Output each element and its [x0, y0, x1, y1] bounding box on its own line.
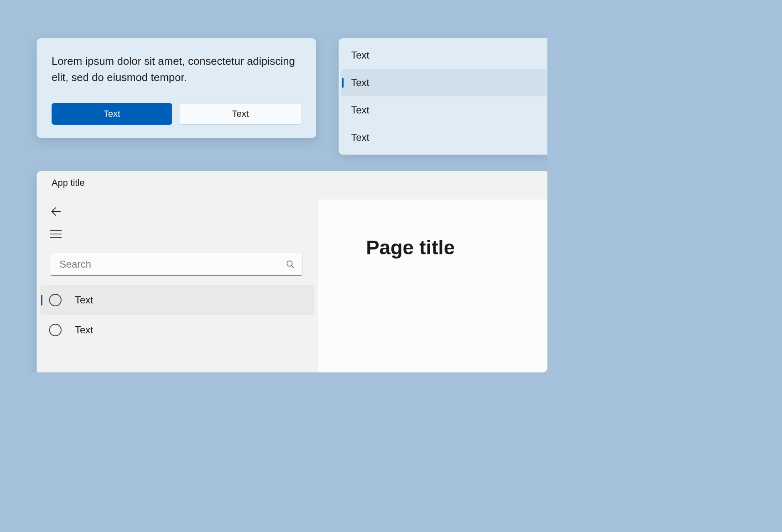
dialog-secondary-button[interactable]: Text [180, 103, 301, 125]
dialog-body-text: Lorem ipsum dolor sit amet, consectetur … [52, 53, 301, 86]
list-item-label: Text [351, 77, 369, 89]
content-pane: Page title [318, 200, 547, 372]
nav-item[interactable]: Text [40, 315, 314, 345]
circle-icon [49, 324, 62, 336]
app-titlebar: App title [37, 171, 547, 195]
dialog-primary-button[interactable]: Text [52, 103, 172, 125]
back-arrow-icon [50, 206, 62, 217]
list-card: Text Text Text Text [339, 38, 547, 155]
hamburger-icon [50, 230, 62, 238]
page-title: Page title [366, 236, 547, 259]
nav-item-label: Text [75, 294, 93, 306]
navigation-sidebar: Text Text [37, 195, 318, 372]
nav-list: Text Text [37, 285, 318, 345]
app-window: App title [37, 171, 547, 372]
dialog-primary-label: Text [104, 108, 120, 119]
list-item-label: Text [351, 104, 369, 116]
dialog-button-row: Text Text [52, 103, 301, 125]
search-input[interactable] [59, 259, 286, 270]
dialog-secondary-label: Text [232, 108, 249, 119]
circle-icon [49, 294, 62, 306]
search-box[interactable] [50, 253, 303, 276]
list-item-label: Text [351, 49, 369, 61]
nav-item-label: Text [75, 324, 93, 336]
svg-point-3 [287, 261, 292, 266]
nav-item[interactable]: Text [40, 285, 314, 315]
app-body: Text Text Page title [37, 195, 547, 372]
list-item[interactable]: Text [341, 69, 547, 96]
list-item[interactable]: Text [339, 96, 547, 124]
hamburger-button[interactable] [37, 223, 318, 245]
list-item[interactable]: Text [339, 124, 547, 151]
dialog-card: Lorem ipsum dolor sit amet, consectetur … [37, 38, 316, 138]
svg-line-4 [292, 265, 294, 268]
app-title-text: App title [52, 177, 85, 188]
back-button[interactable] [37, 200, 318, 223]
list-item-label: Text [351, 132, 369, 143]
search-icon [286, 260, 295, 269]
list-item[interactable]: Text [339, 42, 547, 69]
